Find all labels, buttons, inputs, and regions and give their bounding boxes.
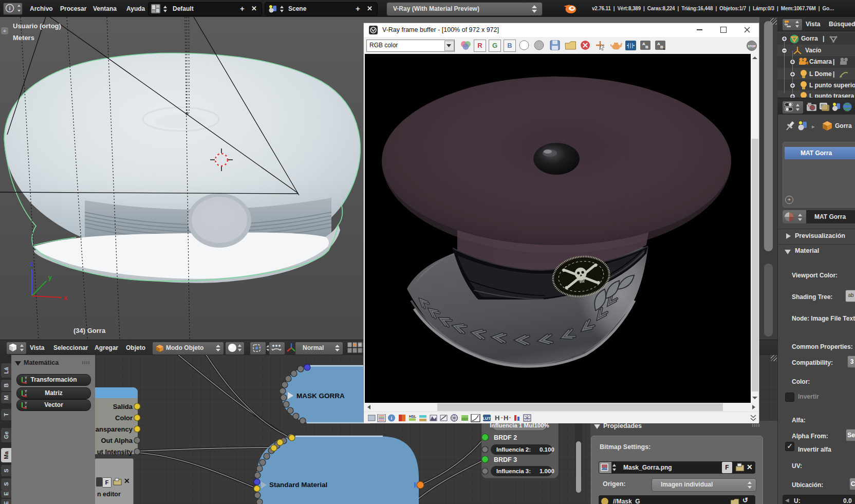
- svg-text:B: B: [660, 45, 663, 49]
- svg-text:MASK GORRA: MASK GORRA: [296, 392, 345, 400]
- svg-text:x: x: [64, 294, 67, 302]
- svg-text:LUT: LUT: [482, 416, 491, 421]
- svg-text:STOP: STOP: [748, 45, 756, 48]
- svg-text:Influencia 2:: Influencia 2:: [496, 446, 531, 453]
- svg-text:Standard Material: Standard Material: [269, 481, 327, 489]
- svg-text:ansparency: ansparency: [96, 425, 133, 433]
- svg-text:ut Intensity: ut Intensity: [97, 448, 133, 456]
- svg-text:HSL: HSL: [409, 415, 417, 418]
- svg-text:1.000: 1.000: [540, 468, 554, 474]
- svg-text:B: B: [645, 45, 648, 49]
- svg-text:y: y: [48, 274, 52, 281]
- svg-text:BRDF 3: BRDF 3: [494, 456, 517, 463]
- svg-text:z: z: [30, 260, 33, 268]
- svg-text:H: H: [495, 414, 499, 422]
- svg-text:Salida: Salida: [113, 403, 133, 410]
- svg-text:Color: Color: [115, 414, 133, 422]
- svg-text:i: i: [9, 5, 10, 11]
- svg-text:i: i: [391, 416, 393, 421]
- svg-text:BRDF 2: BRDF 2: [494, 434, 517, 441]
- svg-text:0.100: 0.100: [540, 446, 554, 453]
- svg-text:H: H: [504, 414, 508, 422]
- svg-text:Influencia 3:: Influencia 3:: [496, 468, 531, 474]
- svg-text:Out Alpha: Out Alpha: [101, 437, 133, 444]
